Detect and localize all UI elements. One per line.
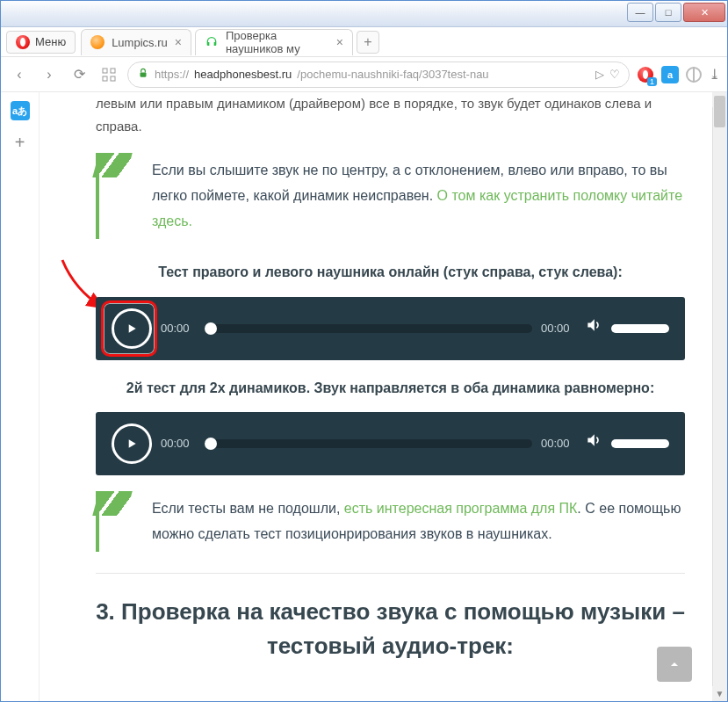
tab-lumpics[interactable]: Lumpics.ru × — [81, 29, 191, 55]
svg-rect-3 — [111, 76, 115, 81]
scrollbar-thumb[interactable] — [714, 96, 725, 127]
scroll-to-top-button[interactable] — [657, 647, 692, 682]
section-separator — [96, 573, 685, 574]
time-current: 00:00 — [161, 319, 196, 338]
lock-icon — [137, 67, 149, 82]
url-host: headphonesbest.ru — [194, 68, 292, 81]
svg-rect-1 — [111, 69, 115, 73]
address-bar: ‹ › ⟳ https://headphonesbest.ru/pochemu-… — [1, 57, 727, 92]
time-total: 00:00 — [541, 319, 576, 338]
tab-title: Проверка наушников му — [226, 29, 329, 55]
nav-forward-button[interactable]: › — [38, 63, 61, 86]
play-button[interactable] — [112, 308, 152, 349]
browser-window: — □ ✕ Меню Lumpics.ru × Проверка наушник… — [0, 0, 728, 702]
time-total: 00:00 — [541, 434, 576, 453]
window-minimize-button[interactable]: — — [627, 3, 653, 22]
svg-rect-2 — [103, 76, 107, 81]
volume-icon[interactable] — [585, 316, 602, 341]
tab-close-icon[interactable]: × — [336, 35, 343, 49]
opera-extensions-badge[interactable]: 1 — [637, 66, 654, 83]
quote-link[interactable]: есть интересная программа для ПК — [344, 501, 578, 516]
window-maximize-button[interactable]: □ — [655, 3, 681, 22]
bookmark-icon[interactable]: ♡ — [609, 68, 620, 81]
tab-close-icon[interactable]: × — [175, 35, 182, 49]
sidebar-translate-button[interactable]: aあ — [11, 101, 30, 120]
chevron-up-icon — [667, 657, 681, 671]
audio-player-2: 00:00 00:00 — [96, 412, 685, 475]
seek-bar[interactable] — [205, 324, 532, 333]
audio-player-1: 00:00 00:00 — [96, 297, 685, 360]
send-icon[interactable]: ▷ — [595, 68, 604, 81]
play-icon — [125, 322, 139, 336]
nav-back-button[interactable]: ‹ — [8, 63, 31, 86]
scrollbar-track[interactable]: ▲ ▼ — [712, 92, 727, 701]
opera-menu-button[interactable]: Меню — [6, 31, 76, 54]
play-button[interactable] — [112, 423, 152, 464]
volume-icon[interactable] — [585, 431, 602, 456]
new-tab-button[interactable]: + — [357, 31, 379, 54]
volume-bar[interactable] — [611, 439, 669, 448]
sidebar-add-button[interactable]: + — [11, 133, 30, 152]
test1-heading: Тест правого и левого наушника онлайн (с… — [96, 260, 685, 284]
translate-extension-button[interactable]: a — [661, 66, 679, 83]
tab-headphonesbest[interactable]: Проверка наушников му × — [195, 29, 353, 55]
favicon-headphones-icon — [205, 35, 219, 49]
intro-paragraph: левым или правым динамиком (драйвером) в… — [96, 92, 685, 137]
window-close-button[interactable]: ✕ — [683, 3, 725, 22]
browser-sidebar: aあ + — [1, 92, 40, 701]
favicon-lumpics-icon — [90, 35, 105, 49]
menu-label: Меню — [35, 35, 66, 48]
quote-block-1: Если вы слышите звук не по центру, а с о… — [96, 153, 685, 239]
time-current: 00:00 — [161, 434, 196, 453]
quote-block-2: Если тесты вам не подошли, есть интересн… — [96, 491, 685, 553]
url-scheme: https:// — [155, 68, 189, 81]
volume-bar[interactable] — [611, 324, 669, 333]
svg-rect-4 — [141, 72, 147, 76]
play-icon — [125, 437, 139, 451]
seek-knob[interactable] — [205, 438, 217, 450]
scrollbar-down-button[interactable]: ▼ — [712, 686, 727, 701]
section-3-heading: 3. Проверка на качество звука с помощью … — [96, 595, 685, 663]
tab-bar: Меню Lumpics.ru × Проверка наушников му … — [1, 27, 727, 57]
quote-text-pre: Если тесты вам не подошли, — [152, 501, 344, 516]
svg-rect-0 — [103, 69, 107, 73]
url-path: /pochemu-naushniki-faq/3037test-nau — [297, 68, 488, 81]
speed-dial-button[interactable] — [97, 63, 120, 86]
vpn-globe-icon[interactable] — [686, 67, 702, 83]
seek-bar[interactable] — [205, 439, 532, 448]
url-field[interactable]: https://headphonesbest.ru/pochemu-naushn… — [127, 62, 630, 88]
seek-knob[interactable] — [205, 322, 217, 335]
nav-reload-button[interactable]: ⟳ — [68, 63, 90, 86]
page-viewport[interactable]: левым или правым динамиком (драйвером) в… — [40, 92, 727, 701]
downloads-button[interactable]: ⤓ — [709, 66, 720, 83]
tab-title: Lumpics.ru — [112, 36, 168, 49]
titlebar: — □ ✕ — [1, 1, 727, 27]
opera-logo-icon — [16, 35, 30, 49]
test2-heading: 2й тест для 2х динамиков. Звук направляе… — [96, 376, 685, 400]
